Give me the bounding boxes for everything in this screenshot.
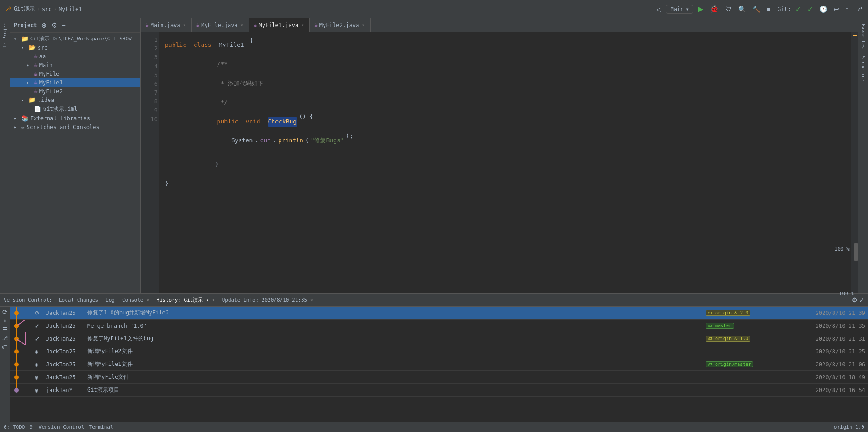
back-button[interactable]: ◁ <box>655 5 663 14</box>
git-log-row-0[interactable]: ⟳ JackTan25 修复了1.0的bug并新增MyFile2 🏷 origi… <box>10 307 868 320</box>
scrollbar-thumb[interactable] <box>854 243 858 261</box>
collapse-icon[interactable]: ⬆ <box>3 317 7 324</box>
favorites-tab[interactable]: Favorites <box>860 22 867 50</box>
search-button[interactable]: 🔍 <box>736 5 748 14</box>
bottom-panel-icons: ⚙ ⤢ <box>852 297 864 303</box>
status-terminal[interactable]: Terminal <box>89 424 113 430</box>
breadcrumb-src[interactable]: src <box>42 6 52 12</box>
tab-icon-myfile1: ☕ <box>254 22 257 28</box>
tab-close-myfile[interactable]: × <box>240 22 244 28</box>
tab-icon-main: ☕ <box>146 22 149 28</box>
margin-mark-top <box>853 35 857 36</box>
tag-badge-2: 🏷 origin & 1.0 <box>706 336 750 342</box>
tab-myfile-java[interactable]: ☕ MyFile.java × <box>192 18 249 32</box>
status-todo[interactable]: 6: TODO <box>4 424 25 430</box>
git-revert-button[interactable]: ↩ <box>832 5 841 14</box>
tab-close-history[interactable]: × <box>212 297 215 303</box>
git-log-row-5[interactable]: ◉ JackTan25 新增MyFile文件 2020/8/10 18:49 <box>10 371 868 384</box>
status-origin[interactable]: origin 1.0 <box>834 424 864 430</box>
tab-myfile1-java[interactable]: ☕ MyFile1.java × <box>249 18 310 32</box>
run-config[interactable]: Main ▾ <box>666 5 693 14</box>
git-log-row-3[interactable]: ◉ JackTan25 新增MyFile2文件 2020/8/10 21:25 <box>10 345 868 358</box>
status-vc[interactable]: 9: Version Control <box>29 424 84 430</box>
minimize-icon[interactable]: − <box>61 21 67 29</box>
git-history-button[interactable]: 🕐 <box>818 5 829 14</box>
settings-icon[interactable]: ⚙ <box>852 297 857 303</box>
stop-button[interactable]: ■ <box>765 5 772 14</box>
tree-item-myfile2[interactable]: ▸ ☕ MyFile2 <box>10 87 140 95</box>
java-icon-myfile2: ☕ <box>34 88 38 95</box>
tree-item-root[interactable]: ▾ 📁 Git演示 D:\IDEA_Workspace\GIT-SHOW <box>10 34 140 43</box>
tree-item-ext-libs[interactable]: ▸ 📚 External Libraries <box>10 114 140 123</box>
branch-icon[interactable]: ⎇ <box>1 335 8 342</box>
tab-update-info[interactable]: Update Info: 2020/8/10 21:35 × <box>219 296 316 304</box>
top-toolbar: ⎇ Git演示 › src › MyFile1 ◁ Main ▾ ▶ 🐞 🛡 🔍… <box>0 0 868 18</box>
chevron-down-icon: ▾ <box>685 6 689 12</box>
tab-main-java[interactable]: ☕ Main.java × <box>141 18 192 32</box>
tag-icon[interactable]: 🏷 <box>2 343 8 350</box>
git-log-row-4[interactable]: ◉ JackTan25 新增MyFile1文件 🏷 origin/master … <box>10 358 868 371</box>
project-tree: ▾ 📁 Git演示 D:\IDEA_Workspace\GIT-SHOW ▾ 📂… <box>10 33 140 293</box>
tab-close-update-info[interactable]: × <box>310 297 313 303</box>
line-numbers: 1 2 3 4 5 6 7 8 9 10 <box>141 32 159 293</box>
breadcrumb-git[interactable]: Git演示 <box>14 5 35 13</box>
history-dropdown-icon[interactable]: ▾ <box>206 297 209 303</box>
message-col-4: 新增MyFile1文件 <box>84 360 703 368</box>
structure-tab[interactable]: Structure <box>860 54 867 83</box>
tab-console[interactable]: Console × <box>119 296 152 304</box>
scope-button[interactable]: ⊕ <box>40 21 48 29</box>
author-col-4: JackTan25 <box>43 361 84 368</box>
graph-col-5 <box>10 371 33 384</box>
gear-icon[interactable]: ⚙ <box>50 21 59 29</box>
expand-arrow-root: ▾ <box>14 36 19 41</box>
project-sidebar: Project ⊕ ⚙ − ▾ 📁 Git演示 D:\IDEA_Workspac… <box>10 18 141 293</box>
fetch-icon[interactable]: ⟳ <box>2 309 7 315</box>
tab-label-myfile2: MyFile2.java <box>319 22 359 28</box>
date-col-2: 2020/8/10 21:31 <box>795 336 868 342</box>
code-line-9 <box>165 198 846 208</box>
tab-close-main[interactable]: × <box>182 22 187 28</box>
tab-close-myfile2[interactable]: × <box>361 22 366 28</box>
git-log-row-2[interactable]: ⤢ JackTan25 修复了MyFile1文件的bug 🏷 origin & … <box>10 332 868 345</box>
tree-item-scratches[interactable]: ▸ ✏ Scratches and Consoles <box>10 123 140 131</box>
tree-item-main[interactable]: ▸ ☕ Main <box>10 61 140 69</box>
project-tab[interactable]: 1: Project <box>1 18 8 50</box>
debug-button[interactable]: 🐞 <box>708 4 721 14</box>
author-col-3: JackTan25 <box>43 348 84 355</box>
git-log-area: ⟳ ⬆ ☰ ⎇ 🏷 ⟳ JackTan25 修复了1.0的bug并新增MyFil… <box>0 307 868 422</box>
breadcrumb-file[interactable]: MyFile1 <box>59 6 82 12</box>
git-log-row-6[interactable]: ◉ jackTan* Git演示项目 2020/8/10 16:54 <box>10 384 868 397</box>
tree-item-aa[interactable]: ▸ ☕ aa <box>10 52 140 61</box>
git-update-button[interactable]: ✓ <box>794 5 803 14</box>
expand-arrow-myfile1: ▸ <box>27 80 32 85</box>
git-log-row-1[interactable]: ⤢ JackTan25 Merge branch '1.0' 🏷 master … <box>10 320 868 332</box>
coverage-button[interactable]: 🛡 <box>723 5 734 14</box>
expand-icon[interactable]: ⤢ <box>859 297 864 303</box>
tree-item-src[interactable]: ▾ 📂 src <box>10 43 140 52</box>
git-push-button[interactable]: ↑ <box>844 5 851 14</box>
tree-item-myfile[interactable]: ▸ ☕ MyFile <box>10 69 140 78</box>
tab-close-console[interactable]: × <box>146 297 149 303</box>
filter-icon[interactable]: ☰ <box>2 326 8 333</box>
graph-col-6 <box>10 384 33 397</box>
run-button[interactable]: ▶ <box>696 4 705 14</box>
tree-item-iml[interactable]: ▸ 📄 Git演示.iml <box>10 104 140 114</box>
git-commit-button[interactable]: ✓ <box>806 5 815 14</box>
code-line-2: /** <box>165 55 846 74</box>
graph-col-2 <box>10 332 33 345</box>
svg-line-11 <box>17 339 26 345</box>
tags-col-1: 🏷 master <box>703 323 795 329</box>
tree-item-idea[interactable]: ▸ 📁 .idea <box>10 95 140 104</box>
tags-col-4: 🏷 origin/master <box>703 361 795 367</box>
tab-log[interactable]: Log <box>103 296 118 304</box>
tab-local-changes[interactable]: Local Changes <box>56 296 101 304</box>
folder-icon-src: 📂 <box>28 44 36 51</box>
tab-close-myfile1[interactable]: × <box>300 22 305 28</box>
build-button[interactable]: 🔨 <box>750 5 762 14</box>
code-content[interactable]: public class MyFile1 { /** * 添加代码如下 */ p… <box>159 32 851 293</box>
tree-item-myfile1[interactable]: ▸ ☕ MyFile1 <box>10 78 140 87</box>
git-log-left-panel: ⟳ ⬆ ☰ ⎇ 🏷 <box>0 307 10 422</box>
tab-myfile2-java[interactable]: ☕ MyFile2.java × <box>310 18 370 32</box>
tab-history[interactable]: History: Git演示 ▾ × <box>154 296 218 304</box>
git-branch-button[interactable]: ⎇ <box>853 5 864 14</box>
